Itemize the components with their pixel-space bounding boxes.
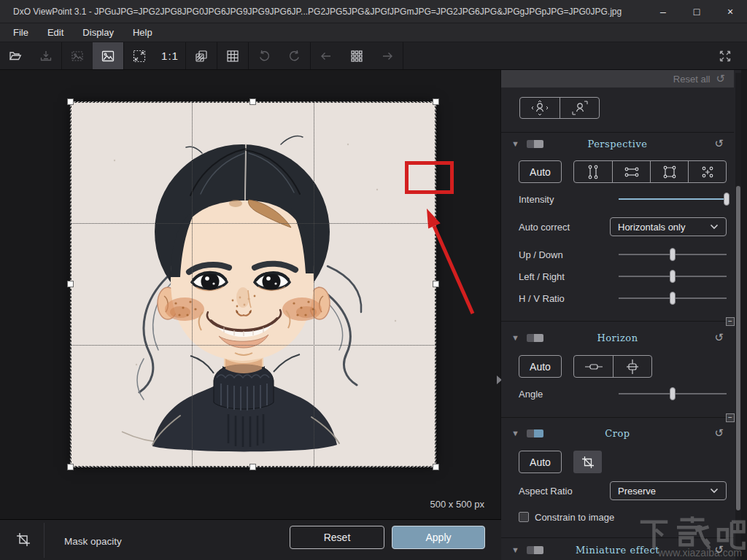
zoom-1-1-button[interactable]: 1:1 — [155, 42, 185, 69]
horizon-reset-icon[interactable]: ↺ — [714, 331, 724, 344]
volume-8points-button[interactable] — [520, 98, 560, 118]
crop-handle-e[interactable] — [433, 281, 439, 287]
horizon-vertical-button[interactable] — [613, 356, 651, 377]
horizon-level-button[interactable] — [574, 356, 613, 377]
up-down-slider[interactable] — [619, 247, 727, 262]
force-rectangle-icon — [662, 164, 678, 180]
minimize-button[interactable]: – — [646, 0, 680, 23]
auto-correct-dropdown[interactable]: Horizontals only — [610, 217, 727, 236]
next-image-button[interactable] — [372, 42, 403, 69]
image-view-icon — [101, 49, 115, 63]
angle-slider[interactable] — [619, 386, 727, 401]
right-panel: Reset all↺ ▼ Perspective ↺ Auto — [501, 70, 747, 560]
up-down-slider-knob[interactable] — [670, 248, 676, 261]
export-button[interactable] — [31, 42, 61, 69]
crop-handle-sw[interactable] — [67, 464, 74, 470]
duplicate-button[interactable] — [186, 42, 217, 69]
left-right-slider[interactable] — [619, 269, 727, 284]
reset-all-button[interactable]: Reset all↺ — [673, 72, 725, 85]
volume-8points-icon — [530, 100, 549, 116]
force-8points-button[interactable] — [688, 161, 726, 182]
prev-image-button[interactable] — [311, 42, 341, 69]
rotate-right-button[interactable] — [279, 42, 310, 69]
angle-label: Angle — [519, 389, 543, 400]
crop-reset-icon[interactable]: ↺ — [714, 427, 724, 440]
title-bar: DxO ViewPoint 3.1 - JPGuJPG=JPG2JPG8JPG0… — [0, 0, 747, 23]
panel-edge — [741, 70, 747, 560]
toolbar: 1:1 — [0, 42, 747, 70]
chevron-down-icon — [710, 488, 719, 494]
grid-button[interactable] — [217, 42, 248, 69]
photo — [71, 102, 436, 467]
horizon-title: Horizon — [501, 332, 734, 343]
volume-diagonal-button[interactable] — [560, 98, 599, 118]
compare-view-icon — [70, 49, 85, 63]
menu-display[interactable]: Display — [82, 24, 124, 41]
horizon-auto-button[interactable]: Auto — [519, 355, 562, 378]
force-vertical-icon — [585, 164, 601, 180]
rotate-right-icon — [287, 49, 302, 63]
force-horizontal-icon — [624, 164, 640, 180]
intensity-slider[interactable] — [619, 192, 727, 206]
maximize-button[interactable]: □ — [680, 0, 713, 23]
constrain-checkbox[interactable] — [519, 512, 529, 522]
constrain-label: Constrain to image — [535, 512, 614, 523]
crop-marquee[interactable] — [71, 102, 436, 467]
crop-mode-indicator — [16, 532, 31, 550]
crop-handle-nw[interactable] — [67, 98, 74, 105]
force-rectangle-button[interactable] — [650, 161, 688, 182]
compare-view-button[interactable] — [62, 42, 93, 69]
intensity-slider-knob[interactable] — [724, 192, 729, 206]
fullscreen-button[interactable] — [718, 42, 732, 70]
perspective-collapse-box[interactable]: − — [726, 317, 735, 326]
menu-file[interactable]: File — [13, 24, 39, 41]
crop-tool-button[interactable] — [573, 451, 602, 473]
aspect-ratio-dropdown[interactable]: Preserve — [610, 481, 727, 500]
toolbar-group-grid — [217, 42, 249, 69]
mask-opacity-label: Mask opacity — [64, 536, 122, 547]
angle-slider-knob[interactable] — [670, 387, 676, 400]
close-icon: × — [727, 6, 733, 18]
bottom-bar-divider — [44, 523, 44, 558]
rotate-left-button[interactable] — [249, 42, 279, 69]
menu-help[interactable]: Help — [133, 24, 163, 41]
crop-handle-n[interactable] — [249, 98, 256, 105]
force-horizontal-button[interactable] — [612, 161, 650, 182]
crop-handle-ne[interactable] — [433, 98, 439, 105]
maximize-icon: □ — [694, 6, 700, 18]
bottom-bar: Mask opacity Reset Apply — [0, 519, 501, 560]
crop-handle-s[interactable] — [249, 464, 256, 470]
fit-screen-icon — [132, 49, 147, 63]
reset-button[interactable]: Reset — [290, 526, 384, 549]
section-divider — [501, 132, 734, 133]
miniature-reset-icon[interactable]: ↺ — [714, 543, 724, 556]
thumbnails-icon — [349, 49, 364, 63]
thumbnails-button[interactable] — [341, 42, 372, 69]
window-title: DxO ViewPoint 3.1 - JPGuJPG=JPG2JPG8JPG0… — [13, 7, 622, 17]
crop-handle-se[interactable] — [433, 464, 439, 470]
force-8points-icon — [700, 164, 716, 180]
open-folder-button[interactable] — [0, 42, 31, 69]
panel-scrollbar-thumb[interactable] — [736, 186, 740, 510]
crop-auto-button[interactable]: Auto — [519, 451, 562, 473]
next-image-icon — [380, 49, 395, 63]
reset-all-icon: ↺ — [716, 72, 725, 85]
close-button[interactable]: × — [713, 0, 747, 23]
hv-ratio-slider-knob[interactable] — [670, 292, 676, 305]
horizon-collapse-box[interactable]: − — [726, 413, 735, 422]
crop-handle-w[interactable] — [67, 281, 74, 287]
image-canvas: 500 x 500 px — [0, 70, 501, 519]
image-view-button[interactable] — [93, 42, 123, 69]
auto-correct-label: Auto correct — [519, 222, 570, 233]
left-right-slider-knob[interactable] — [670, 270, 676, 283]
perspective-auto-button[interactable]: Auto — [519, 160, 562, 183]
section-divider — [501, 321, 734, 322]
fullscreen-expand-icon — [718, 49, 732, 63]
perspective-header: ▼ Perspective ↺ — [501, 134, 734, 153]
perspective-reset-icon[interactable]: ↺ — [714, 137, 724, 150]
hv-ratio-slider[interactable] — [619, 291, 727, 306]
force-vertical-button[interactable] — [574, 161, 612, 182]
fit-screen-button[interactable] — [124, 42, 155, 69]
apply-button[interactable]: Apply — [392, 526, 485, 549]
menu-edit[interactable]: Edit — [47, 24, 74, 41]
